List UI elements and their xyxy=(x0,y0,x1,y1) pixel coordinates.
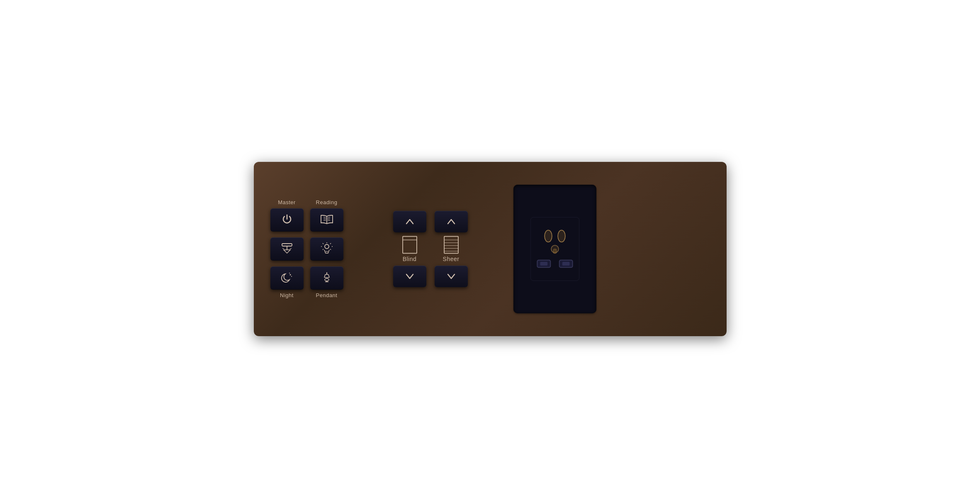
pendant-button[interactable] xyxy=(310,266,343,290)
spotlight-button-group xyxy=(310,237,343,261)
svg-line-4 xyxy=(328,217,330,218)
svg-point-35 xyxy=(545,230,552,242)
reading-label: Reading xyxy=(316,199,338,206)
svg-line-2 xyxy=(323,219,326,219)
night-button-group: Night xyxy=(270,266,304,299)
downlight-button[interactable] xyxy=(270,237,304,261)
sheer-down-button[interactable] xyxy=(435,266,468,287)
control-panel: Master Reading xyxy=(254,162,727,336)
svg-rect-42 xyxy=(562,262,569,266)
button-row-3: Night Pendant xyxy=(270,266,343,299)
svg-rect-38 xyxy=(553,249,556,254)
night-label: Night xyxy=(280,292,294,299)
light-controls-section: Master Reading xyxy=(270,199,343,298)
power-icon xyxy=(281,213,293,227)
sheer-up-button[interactable] xyxy=(435,211,468,232)
blind-label: Blind xyxy=(403,256,417,262)
blind-icon xyxy=(401,236,419,254)
sheer-column: Sheer xyxy=(435,211,468,287)
svg-line-15 xyxy=(330,249,331,250)
button-row-2 xyxy=(270,237,343,261)
svg-line-9 xyxy=(282,248,284,249)
svg-point-20 xyxy=(289,274,291,276)
svg-point-22 xyxy=(289,273,290,273)
downlight-icon xyxy=(280,242,294,256)
svg-line-1 xyxy=(323,217,326,218)
blind-down-button[interactable] xyxy=(393,266,426,287)
sheer-icon xyxy=(442,236,460,254)
spotlight-button[interactable] xyxy=(310,237,343,261)
blind-controls: Blind xyxy=(393,211,468,287)
svg-point-11 xyxy=(325,244,329,249)
sheer-icon-area: Sheer xyxy=(435,236,468,262)
svg-point-24 xyxy=(325,278,329,281)
blind-column: Blind xyxy=(393,211,426,287)
svg-point-36 xyxy=(558,230,565,242)
spotlight-icon xyxy=(320,242,333,256)
sheer-label: Sheer xyxy=(443,256,460,262)
reading-button[interactable] xyxy=(310,208,343,232)
power-socket-section xyxy=(513,185,596,313)
svg-line-10 xyxy=(290,248,292,249)
svg-line-13 xyxy=(330,243,331,244)
socket-icon xyxy=(526,216,584,282)
master-button-group: Master xyxy=(270,199,304,232)
pendant-label: Pendant xyxy=(316,292,338,299)
book-icon xyxy=(320,214,333,226)
master-label: Master xyxy=(278,199,296,206)
svg-point-21 xyxy=(291,276,292,277)
svg-rect-29 xyxy=(444,237,458,254)
svg-rect-41 xyxy=(540,262,547,266)
night-button[interactable] xyxy=(270,266,304,290)
svg-rect-27 xyxy=(403,237,417,254)
svg-line-18 xyxy=(323,249,323,250)
blind-icon-area: Blind xyxy=(393,236,426,262)
reading-button-group: Reading xyxy=(310,199,343,232)
blind-sheer-section: Blind xyxy=(393,211,468,287)
master-button[interactable] xyxy=(270,208,304,232)
svg-line-5 xyxy=(328,219,330,219)
moon-icon xyxy=(281,271,293,285)
pendant-icon xyxy=(321,271,333,285)
blind-up-button[interactable] xyxy=(393,211,426,232)
svg-rect-7 xyxy=(282,244,292,246)
svg-line-16 xyxy=(323,243,323,244)
button-row-1: Master Reading xyxy=(270,199,343,232)
pendant-button-group: Pendant xyxy=(310,266,343,299)
downlight-button-group xyxy=(270,237,304,261)
